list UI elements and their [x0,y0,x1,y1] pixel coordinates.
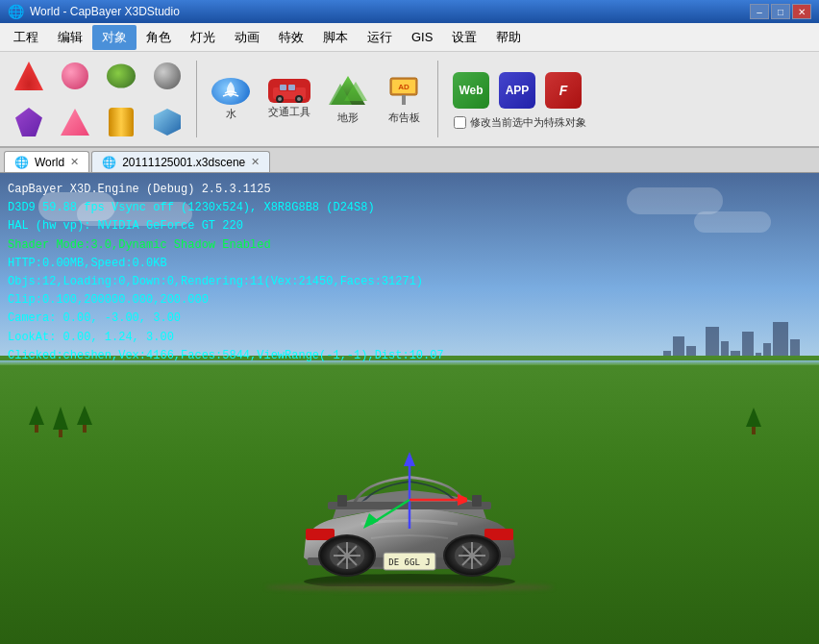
billboard-icon: AD [383,74,425,109]
shape-cone-button[interactable] [8,55,50,97]
cone-icon [14,62,43,90]
traffic-icon [268,79,310,103]
tab-scene[interactable]: 🌐 20111125001.x3dscene ✕ [91,151,270,172]
shape-purple-button[interactable] [8,101,50,143]
menu-item-project[interactable]: 工程 [4,25,48,50]
billboard-tool-button[interactable]: AD 布告板 [378,78,430,120]
purple-gem-icon [15,108,42,136]
billboard-label: 布告板 [388,111,420,125]
svg-rect-2 [280,85,286,90]
web-icon: Web [453,72,489,109]
terrain-label: 地形 [337,111,359,125]
app-icon: APP [499,72,535,109]
gray-sphere-icon [154,62,181,89]
shape-gray-sphere-button[interactable] [146,55,188,97]
yellow-cylinder-icon [109,108,134,136]
svg-point-5 [278,97,282,101]
menu-item-light[interactable]: 灯光 [181,25,225,50]
water-label: 水 [226,107,236,121]
axis-indicator [352,442,467,557]
web-badge-button[interactable]: Web [450,69,492,111]
toolbar-separator-2 [437,61,438,137]
blue-box-icon [154,109,181,136]
pink-triangle-icon [61,109,89,136]
special-object-checkbox-area: 修改当前选中为特殊对象 [454,115,586,130]
viewport[interactable]: CapBayer X3D.Engine (Debug) 2.5.3.1125 D… [0,173,819,644]
traffic-label: 交通工具 [268,105,310,119]
flash-icon: F [545,72,582,109]
special-object-checkbox[interactable] [454,116,466,129]
svg-marker-20 [363,513,379,529]
tree-3 [77,406,92,433]
cloud-2 [77,202,192,226]
toolbar-separator-1 [196,61,197,137]
menu-item-help[interactable]: 帮助 [486,25,531,50]
app-badge-button[interactable]: APP [496,69,538,111]
minimize-button[interactable]: – [750,4,769,19]
shape-yellow-cyl-button[interactable] [100,101,142,143]
water-icon [211,78,250,105]
close-button[interactable]: ✕ [792,4,811,19]
pink-sphere-icon [62,62,88,89]
ground-road [265,583,554,591]
svg-text:AD: AD [398,83,410,91]
menu-item-gis[interactable]: GIS [402,26,442,48]
shape-green-button[interactable] [100,55,142,97]
menu-item-edit[interactable]: 编辑 [48,25,92,50]
svg-rect-3 [288,85,295,90]
shape-pink-tri-button[interactable] [54,101,96,143]
menu-item-settings[interactable]: 设置 [442,25,486,50]
green-shape-icon [107,62,136,89]
maximize-button[interactable]: □ [771,4,790,19]
car-model: DE 6GL J [275,433,544,586]
tab-world-close[interactable]: ✕ [70,156,79,168]
app-icon: 🌐 [8,4,24,19]
menu-item-role[interactable]: 角色 [136,25,181,50]
svg-marker-18 [458,494,467,506]
traffic-tool-button[interactable]: 交通工具 [261,78,318,120]
tab-world[interactable]: 🌐 World ✕ [4,151,89,172]
shape-sphere-pink-button[interactable] [54,55,96,97]
terrain-icon [327,74,369,109]
menu-item-animation[interactable]: 动画 [225,25,269,50]
menu-item-run[interactable]: 运行 [358,25,402,50]
tab-scene-icon: 🌐 [102,156,116,169]
svg-point-7 [297,97,301,101]
water-tool-button[interactable]: 水 [205,78,257,120]
tab-scene-close[interactable]: ✕ [251,156,260,168]
terrain-tool-button[interactable]: 地形 [322,78,374,120]
svg-rect-14 [402,95,406,105]
tab-world-icon: 🌐 [14,156,29,169]
titlebar-text: World - CapBayer X3DStudio [30,5,180,18]
svg-text:DE 6GL J: DE 6GL J [388,557,430,567]
tree-1 [29,406,44,433]
tree-4 [746,408,761,434]
menu-item-object[interactable]: 对象 [92,25,136,50]
flash-badge-button[interactable]: F [542,69,584,111]
titlebar: 🌐 World - CapBayer X3DStudio – □ ✕ [0,0,819,23]
tab-scene-label: 20111125001.x3dscene [122,156,245,169]
titlebar-controls: – □ ✕ [750,4,811,19]
cloud-3 [627,187,723,214]
tree-2 [53,407,68,437]
special-object-label: 修改当前选中为特殊对象 [470,115,586,130]
tab-world-label: World [35,156,64,169]
svg-marker-16 [404,452,415,466]
tabbar: 🌐 World ✕ 🌐 20111125001.x3dscene ✕ [0,148,819,173]
cloud-4 [694,211,771,233]
horizon-line [0,360,819,365]
menubar: 工程 编辑 对象 角色 灯光 动画 特效 脚本 运行 GIS 设置 帮助 [0,23,819,52]
shape-blue-box-button[interactable] [146,101,188,143]
toolbar: 水 交通工具 [0,52,819,148]
svg-rect-23 [337,495,347,507]
menu-item-script[interactable]: 脚本 [313,25,358,50]
menu-item-effects[interactable]: 特效 [269,25,313,50]
svg-rect-24 [472,495,482,507]
